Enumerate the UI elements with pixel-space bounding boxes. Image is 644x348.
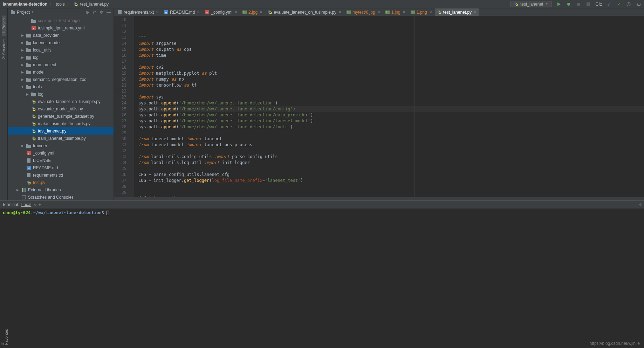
editor-scrollbar-x[interactable] (114, 197, 644, 200)
code-line[interactable] (138, 148, 644, 154)
project-tree[interactable]: cosimp_le_test_image Ytusimple_ipm_remap… (8, 16, 114, 200)
tree-arrow-icon[interactable] (20, 63, 25, 67)
tree-file[interactable]: Y_config.yml (8, 149, 114, 157)
line-number[interactable]: 23 (114, 94, 126, 100)
tree-file[interactable]: requirements.txt (8, 171, 114, 179)
tree-file[interactable]: LICENSE (8, 157, 114, 164)
line-number[interactable]: 38 (114, 184, 126, 190)
breadcrumb-project[interactable]: lanenet-lane-detection (3, 2, 47, 7)
rail-project[interactable]: 1: Project (2, 15, 6, 36)
line-number[interactable]: 24 (114, 100, 126, 106)
editor-tab[interactable]: requirements.txt✕ (115, 8, 161, 16)
code-line[interactable]: def init_args(): (138, 196, 644, 197)
line-number[interactable]: 18 (114, 64, 126, 70)
editor-tab[interactable]: test_lanenet.py✕ (435, 8, 479, 16)
rail-favorites[interactable]: 2: Favorites (0, 327, 8, 347)
locate-icon[interactable]: ⊕ (85, 10, 89, 15)
line-number[interactable]: 33 (114, 154, 126, 160)
line-number[interactable]: 17 (114, 59, 126, 64)
code-line[interactable] (138, 184, 644, 190)
tree-arrow-icon[interactable] (20, 144, 25, 148)
line-number[interactable]: 21 (114, 82, 126, 88)
line-number[interactable]: 31 (114, 142, 126, 148)
line-number[interactable]: 32 (114, 148, 126, 154)
editor-tab[interactable]: 2.jpg✕ (240, 8, 265, 16)
code-line[interactable] (138, 166, 644, 172)
line-number[interactable]: 12 (114, 29, 126, 35)
tree-folder[interactable]: mnn_project (8, 61, 114, 68)
code-line[interactable] (138, 59, 644, 64)
git-commit-icon[interactable]: ✓ (616, 1, 622, 7)
code-line[interactable]: """ (138, 35, 644, 41)
editor-tab[interactable]: 1.png✕ (408, 8, 434, 16)
terminal-add-tab[interactable]: + (38, 202, 41, 207)
git-history-icon[interactable] (626, 1, 631, 7)
tab-close-icon[interactable]: ✕ (429, 10, 432, 14)
tree-file[interactable]: Ytusimple_ipm_remap.yml (8, 24, 114, 32)
terminal-tab-local[interactable]: Local (21, 202, 32, 207)
tree-file[interactable]: evaluate_lanenet_on_tusimple.py (8, 98, 114, 105)
tab-close-icon[interactable]: ✕ (403, 10, 405, 14)
tree-arrow-icon[interactable] (20, 70, 25, 74)
tree-arrow-icon[interactable] (20, 85, 25, 89)
code-line[interactable]: sys.path.append('/home/chen/wx/lanenet-l… (138, 124, 644, 130)
tree-arrow-icon[interactable] (20, 34, 25, 37)
tree-arrow-icon[interactable] (20, 41, 25, 45)
line-number[interactable]: 20 (114, 76, 126, 82)
line-number[interactable]: 39 (114, 190, 126, 196)
code-line[interactable]: import matplotlib.pyplot as plt (138, 70, 644, 76)
line-number[interactable]: 37 (114, 178, 126, 184)
tree-arrow-icon[interactable] (25, 93, 29, 96)
tree-arrow-icon[interactable] (20, 48, 25, 52)
tab-close-icon[interactable]: ✕ (338, 10, 341, 14)
tab-close-icon[interactable]: ✕ (474, 10, 477, 14)
tab-close-icon[interactable]: ✕ (197, 10, 200, 14)
tree-arrow-icon[interactable] (20, 56, 25, 59)
editor-tab[interactable]: 1.jpg✕ (383, 8, 407, 16)
line-number[interactable]: 36 (114, 172, 126, 178)
code-line[interactable]: sys.path.append('/home/chen/wx/lanenet-l… (138, 112, 644, 118)
tree-file[interactable]: train_lanenet_tusimple.py (8, 135, 114, 142)
editor-tab[interactable]: mytest/0.jpg✕ (344, 8, 382, 16)
code-line[interactable]: import numpy as np (138, 76, 644, 82)
expand-icon[interactable]: ⇄ (93, 10, 96, 15)
project-view-selector[interactable]: Project ▼ (11, 10, 34, 15)
code-line[interactable]: import os.path as ops (138, 47, 644, 53)
line-number[interactable]: 14 (114, 41, 126, 47)
run-button[interactable] (556, 1, 562, 7)
tree-file[interactable]: generate_tusimple_dataset.py (8, 112, 114, 120)
code-editor[interactable]: """import argparseimport os.path as opsi… (134, 16, 644, 197)
code-line[interactable]: from lanenet_model import lanenet_postpr… (138, 142, 644, 148)
line-number[interactable]: 28 (114, 124, 126, 130)
code-line[interactable]: sys.path.append('/home/chen/wx/lanenet-l… (138, 100, 644, 106)
tree-file[interactable]: evaluate_model_utils.py (8, 105, 114, 112)
tree-arrow-icon[interactable] (20, 78, 25, 81)
code-line[interactable] (138, 190, 644, 196)
tree-folder[interactable]: data_provider (8, 32, 114, 39)
line-number[interactable]: 13 (114, 35, 126, 41)
code-line[interactable]: import argparse (138, 41, 644, 47)
tree-folder[interactable]: model (8, 68, 114, 76)
code-line[interactable]: from lanenet_model import lanenet (138, 136, 644, 142)
tree-file[interactable]: MREADME.md (8, 164, 114, 171)
tab-close-icon[interactable]: ✕ (234, 10, 237, 14)
rail-structure[interactable]: 2: Structure (2, 37, 6, 61)
code-line[interactable]: import cv2 (138, 64, 644, 70)
terminal-tab-close[interactable]: ✕ (33, 203, 36, 207)
terminal-settings-icon[interactable]: ✲ (638, 202, 642, 207)
tab-close-icon[interactable]: ✕ (156, 10, 159, 14)
line-number[interactable]: 25 (114, 106, 126, 112)
tree-folder[interactable]: semantic_segmentation_zoo (8, 76, 114, 83)
line-number[interactable]: 22 (114, 88, 126, 94)
tree-folder[interactable]: External Libraries (8, 186, 114, 193)
tree-arrow-icon[interactable] (15, 188, 20, 192)
git-pull-icon[interactable]: ↙ (606, 1, 612, 7)
code-line[interactable]: from local_utils.config_utils import par… (138, 154, 644, 160)
editor-tab[interactable]: MREADME.md✕ (162, 8, 202, 16)
editor-tab[interactable]: evaluate_lanenet_on_tusimple.py✕ (265, 8, 343, 16)
code-line[interactable] (138, 130, 644, 136)
run-config-selector[interactable]: test_lanenet ▼ (510, 1, 552, 7)
line-number[interactable]: 15 (114, 47, 126, 53)
run-coverage-button[interactable] (576, 1, 581, 7)
editor-tabs[interactable]: requirements.txt✕MREADME.md✕Y_config.yml… (114, 8, 644, 16)
